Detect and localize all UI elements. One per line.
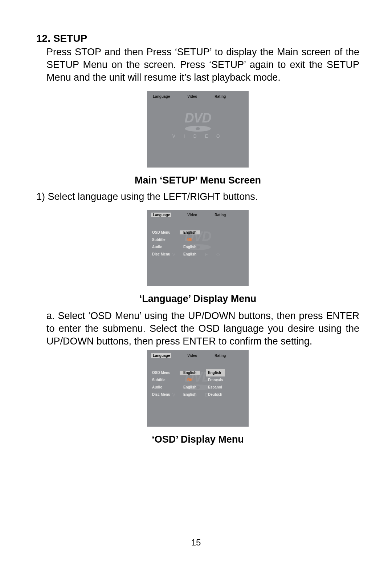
menu-row-label: OSD Menu (152, 371, 180, 375)
menu-row: OSD MenuEnglish (152, 369, 200, 376)
tab-video: Video (186, 94, 199, 99)
menu-row-label: Disc Menu (152, 392, 180, 396)
submenu-option: Espanol (206, 384, 225, 391)
menu-row-label: Disc Menu (152, 252, 180, 256)
menu-row-value: English (180, 245, 200, 249)
menu-row-label: Subtitle (152, 378, 180, 382)
tab-language: Language (151, 94, 171, 99)
osd-tabs: Language Video Rating (147, 350, 249, 359)
menu-row: Disc MenuEnglish (152, 391, 200, 398)
figure-osd-display-menu: Language Video Rating DVD V I D E O OSD … (147, 350, 249, 427)
intro-paragraph: Press STOP and then Press ‘SETUP’ to dis… (46, 46, 359, 84)
submenu-option: English (206, 369, 225, 376)
section-heading: 12. SETUP (36, 33, 359, 44)
step-1-text: 1) Select language using the LEFT/RIGHT … (36, 191, 359, 202)
osd-language-submenu: EnglishFrançaisEspanolDeutsch (206, 369, 225, 398)
menu-row-value: Off (180, 238, 200, 242)
tab-rating: Rating (213, 94, 227, 99)
tab-language: Language (151, 213, 171, 217)
figure-main-setup-menu: Language Video Rating DVD V I D E O (147, 91, 249, 168)
menu-row-label: Subtitle (152, 238, 180, 242)
tab-video: Video (186, 213, 199, 217)
osd-tabs: Language Video Rating (147, 210, 249, 219)
menu-row: AudioEnglish (152, 243, 200, 250)
language-menu-rows: OSD MenuEnglishSubtitleOffAudioEnglishDi… (152, 229, 200, 258)
figure1-caption: Main ‘SETUP’ Menu Screen (36, 175, 359, 186)
tab-rating: Rating (213, 213, 227, 217)
figure3-caption: ‘OSD’ Display Menu (36, 434, 359, 445)
menu-row-value: English (180, 252, 200, 256)
menu-row-label: OSD Menu (152, 230, 180, 234)
menu-row-value: English (180, 385, 200, 389)
menu-row-value: English (180, 371, 200, 375)
page-number: 15 (0, 537, 392, 548)
menu-row-label: Audio (152, 245, 180, 249)
submenu-option: Deutsch (206, 391, 225, 398)
menu-row: Disc MenuEnglish (152, 250, 200, 258)
document-page: 12. SETUP Press STOP and then Press ‘SET… (0, 0, 392, 568)
menu-row: SubtitleOff (152, 236, 200, 243)
menu-row-value: English (180, 392, 200, 396)
dvd-video-logo: DVD V I D E O (147, 112, 249, 138)
tab-video: Video (186, 353, 199, 358)
menu-row: SubtitleOff (152, 376, 200, 384)
dvd-logo-text: DVD (147, 112, 249, 124)
step-a-text: a. Select ‘OSD Menu’ using the UP/DOWN b… (46, 310, 359, 348)
menu-row-label: Audio (152, 385, 180, 389)
tab-language: Language (151, 353, 171, 358)
dvd-disc-icon (185, 126, 211, 132)
osd-tabs: Language Video Rating (147, 91, 249, 100)
menu-row: AudioEnglish (152, 384, 200, 391)
menu-row: OSD MenuEnglish (152, 229, 200, 236)
menu-row-value: English (180, 230, 200, 234)
tab-rating: Rating (213, 353, 227, 358)
figure2-caption: ‘Language’ Display Menu (36, 293, 359, 305)
submenu-option: Français (206, 376, 225, 384)
figure-language-display-menu: Language Video Rating DVD V I D E O OSD … (147, 210, 249, 286)
language-menu-rows: OSD MenuEnglishSubtitleOffAudioEnglishDi… (152, 369, 200, 398)
menu-row-value: Off (180, 378, 200, 382)
dvd-video-text: V I D E O (147, 134, 249, 139)
